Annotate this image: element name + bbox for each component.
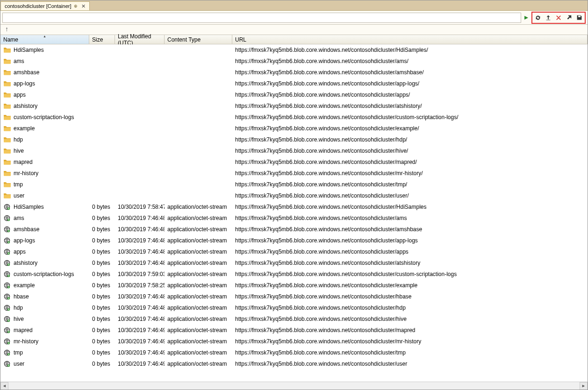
- save-icon[interactable]: [575, 14, 583, 22]
- cell-content-type: application/octet-stream: [165, 215, 232, 221]
- blob-icon: [3, 203, 11, 211]
- column-headers: ▲ Name Size Last Modified (UTC) Content …: [0, 35, 588, 44]
- item-name: user: [14, 192, 24, 199]
- horizontal-scrollbar[interactable]: ◄ ►: [0, 382, 588, 390]
- cell-size: 0 bytes: [89, 361, 115, 367]
- folder-icon: [3, 181, 11, 188]
- table-row[interactable]: amshbasehttps://fmxsk7kyq5mb6.blob.core.…: [0, 67, 588, 78]
- go-button[interactable]: [522, 13, 531, 23]
- cell-url: https://fmxsk7kyq5mb6.blob.core.windows.…: [232, 215, 588, 221]
- cell-size: 0 bytes: [89, 282, 115, 289]
- table-row[interactable]: app-logshttps://fmxsk7kyq5mb6.blob.core.…: [0, 78, 588, 89]
- cell-url: https://fmxsk7kyq5mb6.blob.core.windows.…: [232, 170, 588, 177]
- item-name: custom-scriptaction-logs: [14, 114, 74, 121]
- delete-icon[interactable]: [554, 14, 563, 22]
- header-size[interactable]: Size: [89, 35, 115, 44]
- cell-url: https://fmxsk7kyq5mb6.blob.core.windows.…: [232, 136, 588, 143]
- tab-container[interactable]: contosohdicluster [Container] ⊕ ✕: [0, 1, 90, 10]
- folder-icon: [3, 147, 11, 155]
- cell-url: https://fmxsk7kyq5mb6.blob.core.windows.…: [232, 237, 588, 244]
- table-row[interactable]: HdiSamples0 bytes10/30/2019 7:58:47 PMap…: [0, 201, 588, 213]
- cell-content-type: application/octet-stream: [165, 361, 232, 367]
- table-row[interactable]: custom-scriptaction-logs0 bytes10/30/201…: [0, 269, 588, 280]
- table-row[interactable]: mapred0 bytes10/30/2019 7:46:49 PMapplic…: [0, 325, 588, 336]
- header-name[interactable]: ▲ Name: [0, 35, 89, 44]
- cell-modified: 10/30/2019 7:58:25 PM: [115, 282, 165, 289]
- cell-size: 0 bytes: [89, 327, 115, 333]
- table-row[interactable]: examplehttps://fmxsk7kyq5mb6.blob.core.w…: [0, 123, 588, 134]
- table-row[interactable]: userhttps://fmxsk7kyq5mb6.blob.core.wind…: [0, 190, 588, 201]
- blob-icon: [3, 293, 11, 300]
- close-icon[interactable]: ✕: [80, 3, 86, 9]
- table-row[interactable]: tmp0 bytes10/30/2019 7:46:49 PMapplicati…: [0, 347, 588, 358]
- cell-name: atshistory: [0, 102, 89, 110]
- cell-url: https://fmxsk7kyq5mb6.blob.core.windows.…: [232, 92, 588, 98]
- cell-size: 0 bytes: [89, 260, 115, 266]
- table-row[interactable]: hive0 bytes10/30/2019 7:46:48 PMapplicat…: [0, 313, 588, 325]
- table-row[interactable]: custom-scriptaction-logshttps://fmxsk7ky…: [0, 112, 588, 123]
- cell-url: https://fmxsk7kyq5mb6.blob.core.windows.…: [232, 69, 588, 76]
- table-row[interactable]: hdp0 bytes10/30/2019 7:46:48 PMapplicati…: [0, 302, 588, 313]
- scroll-right-icon[interactable]: ►: [580, 382, 588, 390]
- item-name: hive: [14, 148, 24, 154]
- table-row[interactable]: mr-historyhttps://fmxsk7kyq5mb6.blob.cor…: [0, 168, 588, 179]
- cell-modified: 10/30/2019 7:46:48 PM: [115, 305, 165, 311]
- table-row[interactable]: hbase0 bytes10/30/2019 7:46:48 PMapplica…: [0, 291, 588, 302]
- refresh-icon[interactable]: [534, 14, 542, 22]
- table-row[interactable]: example0 bytes10/30/2019 7:58:25 PMappli…: [0, 280, 588, 291]
- cell-name: mapred: [0, 326, 89, 334]
- tab-strip: contosohdicluster [Container] ⊕ ✕: [0, 0, 588, 11]
- table-row[interactable]: atshistoryhttps://fmxsk7kyq5mb6.blob.cor…: [0, 100, 588, 112]
- cell-name: amshbase: [0, 69, 89, 76]
- cell-size: 0 bytes: [89, 226, 115, 233]
- table-row[interactable]: tmphttps://fmxsk7kyq5mb6.blob.core.windo…: [0, 179, 588, 190]
- cell-content-type: application/octet-stream: [165, 260, 232, 266]
- table-row[interactable]: apps0 bytes10/30/2019 7:46:48 PMapplicat…: [0, 246, 588, 257]
- table-row[interactable]: mr-history0 bytes10/30/2019 7:46:49 PMap…: [0, 336, 588, 347]
- pin-icon[interactable]: ⊕: [74, 4, 78, 8]
- cell-name: apps: [0, 91, 89, 99]
- up-arrow-icon[interactable]: ↑: [5, 26, 8, 32]
- cell-content-type: application/octet-stream: [165, 316, 232, 322]
- cell-size: 0 bytes: [89, 215, 115, 221]
- cell-name: example: [0, 282, 89, 289]
- header-modified[interactable]: Last Modified (UTC): [115, 35, 165, 44]
- folder-icon: [3, 170, 11, 177]
- cell-name: atshistory: [0, 259, 89, 267]
- table-row[interactable]: user0 bytes10/30/2019 7:46:49 PMapplicat…: [0, 358, 588, 369]
- cell-modified: 10/30/2019 7:46:49 PM: [115, 338, 165, 345]
- table-row[interactable]: app-logs0 bytes10/30/2019 7:46:48 PMappl…: [0, 235, 588, 246]
- open-icon[interactable]: [565, 14, 573, 22]
- item-name: example: [14, 282, 35, 289]
- table-row[interactable]: HdiSampleshttps://fmxsk7kyq5mb6.blob.cor…: [0, 44, 588, 56]
- table-row[interactable]: mapredhttps://fmxsk7kyq5mb6.blob.core.wi…: [0, 156, 588, 168]
- cell-url: https://fmxsk7kyq5mb6.blob.core.windows.…: [232, 271, 588, 277]
- cell-size: 0 bytes: [89, 237, 115, 244]
- blob-icon: [3, 338, 11, 345]
- scroll-left-icon[interactable]: ◄: [0, 382, 8, 390]
- table-row[interactable]: appshttps://fmxsk7kyq5mb6.blob.core.wind…: [0, 89, 588, 100]
- address-input[interactable]: [2, 13, 521, 23]
- upload-icon[interactable]: [544, 14, 552, 22]
- cell-content-type: application/octet-stream: [165, 293, 232, 300]
- table-row[interactable]: amshttps://fmxsk7kyq5mb6.blob.core.windo…: [0, 56, 588, 67]
- header-content-type[interactable]: Content Type: [165, 35, 232, 44]
- folder-icon: [3, 102, 11, 110]
- cell-url: https://fmxsk7kyq5mb6.blob.core.windows.…: [232, 103, 588, 109]
- cell-url: https://fmxsk7kyq5mb6.blob.core.windows.…: [232, 114, 588, 121]
- item-name: HdiSamples: [14, 47, 44, 53]
- cell-url: https://fmxsk7kyq5mb6.blob.core.windows.…: [232, 181, 588, 188]
- item-name: mr-history: [14, 170, 38, 177]
- header-url[interactable]: URL: [232, 35, 588, 44]
- folder-icon: [3, 80, 11, 87]
- table-row[interactable]: hivehttps://fmxsk7kyq5mb6.blob.core.wind…: [0, 145, 588, 156]
- item-name: amshbase: [14, 69, 39, 76]
- table-row[interactable]: atshistory0 bytes10/30/2019 7:46:48 PMap…: [0, 257, 588, 269]
- cell-size: 0 bytes: [89, 349, 115, 356]
- table-row[interactable]: amshbase0 bytes10/30/2019 7:46:48 PMappl…: [0, 224, 588, 235]
- folder-icon: [3, 57, 11, 65]
- item-name: ams: [14, 215, 24, 221]
- table-row[interactable]: ams0 bytes10/30/2019 7:46:48 PMapplicati…: [0, 213, 588, 224]
- file-list[interactable]: HdiSampleshttps://fmxsk7kyq5mb6.blob.cor…: [0, 44, 588, 382]
- table-row[interactable]: hdphttps://fmxsk7kyq5mb6.blob.core.windo…: [0, 134, 588, 145]
